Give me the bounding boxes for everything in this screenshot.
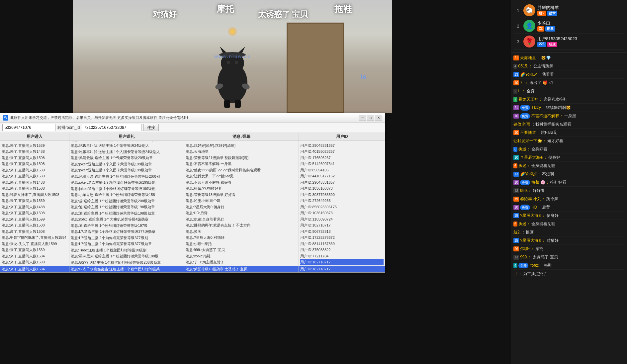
- chat-text: ：我叫黄样杨实名观看: [531, 122, 571, 127]
- panel-content-gifts[interactable]: 消息:吃饭再叫我:送给主播 1个入团卡荣誉等级24级别人消息:吃饭再叫我:送给主…: [69, 141, 184, 266]
- panel-messages: 消息 /弹幕 消息:胖鲜的椰羊: [检脸] 他叫?消息:血农千水嘉鑫消息:荣誉等…: [184, 133, 299, 272]
- chat-level: 15: [513, 213, 519, 218]
- message-log-line: 消息:换画: [186, 228, 298, 235]
- chat-text: 一身黑: [564, 114, 576, 118]
- user-id-line: 用户ID:40155023257: [300, 148, 384, 155]
- chat-text: 跳个舞: [546, 197, 558, 201]
- log-line: 消息:来了,直播间人数1488: [2, 204, 68, 210]
- message-log-line: 消息:?星辰大海0:侧身好: [186, 204, 298, 210]
- user-id-line: 用户ID:176596267: [300, 155, 384, 161]
- chat-text: 侧身好: [548, 155, 560, 160]
- chat-username: 不言不道不解释：: [531, 114, 563, 118]
- chat-message: 10免费椿莓.🌸：拖鞋好看: [513, 178, 624, 187]
- close-button[interactable]: ✕: [375, 115, 382, 121]
- gift-log-line: 消息:吃饭再叫我:送给主播 1个荣誉等级24级别人: [71, 142, 183, 149]
- viewer-row: 2👤少爸口22勋章: [513, 18, 624, 34]
- chat-username: 椿莓.🌸：: [531, 180, 549, 185]
- chat-text: 全身: [527, 89, 535, 93]
- chat-username: 🌈YoKi🖊：: [520, 172, 541, 176]
- viewer-badge: 勋章: [547, 11, 557, 16]
- chat-text: 摩托: [535, 246, 543, 251]
- log-line: 消息:来了,直播间人数1488: [2, 148, 68, 155]
- chat-text: 短才好看: [547, 138, 563, 143]
- chat-level: 16: [513, 114, 519, 119]
- minimize-button[interactable]: ─: [359, 115, 366, 121]
- gift-log-line: 消息:ifofkc:送给主播 1个大喇叭荣誉等级4级勋章: [71, 216, 183, 223]
- stream-area: 对猫好 摩托 太诱惑了 宝贝 拖鞋 www.niuw.us Ie W 此软件只用…: [0, 0, 511, 364]
- chat-message: 19@沁墨 小刘：跳个舞: [513, 195, 624, 203]
- panel-user-enter: 用户进入 消息:来了,直播间人数1508消息:来了,直播间人数1401消息:来了…: [0, 133, 69, 272]
- chat-level: 7: [513, 97, 517, 102]
- message-log-line: 消息:尔哪~:摩托: [186, 241, 298, 247]
- message-log-line: 消息:HD:后背: [186, 210, 298, 216]
- viewer-badge: 226: [537, 42, 546, 47]
- chat-message: 13🌈YoKi🖊：不短啊: [513, 170, 624, 178]
- panel-header-ids: 用户ID: [299, 133, 385, 141]
- panel-footer-gifts: 消息:叫农千水嘉鑫鑫鑫:送给主播 1个粉华团灯锤等级某: [69, 266, 184, 272]
- chat-message: 13999.：太诱惑了 宝贝: [513, 253, 624, 261]
- log-line: 消息:来了,直播间人数1599: [2, 216, 68, 223]
- chat-text: 跳t-ara见: [541, 130, 557, 135]
- chat-level: 10: [513, 130, 519, 135]
- maximize-button[interactable]: □: [367, 115, 374, 121]
- chat-message: 6执迷：全身好看: [513, 145, 624, 153]
- message-log-line: 消息:跳好好[舔屏]:跳好好[舔屏]: [186, 142, 298, 149]
- log-line: 消息:来龙-失失了,直播间人数1599: [2, 241, 68, 247]
- message-log-line: 消息:天海地皇:: [186, 148, 298, 155]
- chat-level: 26: [513, 246, 519, 251]
- panel-content-messages[interactable]: 消息:胖鲜的椰羊: [检脸] 他叫?消息:血农千水嘉鑫消息:荣誉等级142级别-…: [184, 141, 299, 266]
- user-id-line: 用户ID:856023596175: [300, 204, 384, 210]
- chat-username: TIzzy：: [531, 105, 545, 110]
- window-controls[interactable]: ─ □ ✕: [359, 115, 382, 121]
- chat-level: 10: [513, 205, 519, 210]
- log-line: 消息:来了,直播间人数1584: [2, 253, 68, 259]
- viewer-badge: 粉丝: [547, 42, 557, 47]
- chat-username: 执迷：: [518, 147, 530, 151]
- gift-log-line: 消息:吃饭再叫我:送给主播 1个入团卡荣誉等级24级别人: [71, 149, 183, 155]
- log-line: 消息:来了,直播间人数1508: [2, 210, 68, 216]
- notice-badge: 免费: [520, 105, 530, 111]
- avatar: 🐑: [523, 4, 535, 16]
- transfer-id-input[interactable]: [82, 124, 141, 131]
- chat-level: 21: [513, 55, 519, 60]
- gift-log-line: 消息:L?:送给主播 1个为你点亮荣誉等级377级勋章: [71, 241, 183, 247]
- chat-username: ?星辰大海⊕：: [520, 213, 546, 218]
- room-id-input[interactable]: [2, 124, 55, 131]
- user-id-line: 用户ID:308779835​90: [300, 192, 384, 198]
- viewer-name: 少爸口: [537, 20, 623, 26]
- avatar: 👤: [523, 20, 535, 32]
- log-line: 消息:甲骨字翻的llk来了,直播间人数1584: [2, 234, 68, 241]
- user-id-line: 用户ID:29045331657: [300, 179, 384, 186]
- panel-footer-ids: 用户ID:182718717: [299, 266, 385, 272]
- user-id-line: 用户ID:103616037​3: [300, 210, 384, 216]
- notice-badge: 免费: [520, 205, 530, 210]
- chat-level: 13: [513, 255, 519, 260]
- chat-level: 13: [513, 188, 519, 193]
- chat-level: 4: [513, 263, 517, 268]
- chat-text: 全身能看见鞋: [531, 222, 555, 226]
- chat-messages[interactable]: 21天海地皇：🐱💎40515.：公主请跳舞13🌈YoKi🖊：我看看107_：送出…: [511, 52, 627, 364]
- user-id-line: 用户ID:44105177152: [300, 173, 384, 179]
- user-id-line: 用户ID:182718717: [300, 222, 384, 228]
- panel-content-enter[interactable]: 消息:来了,直播间人数1508消息:来了,直播间人数1401消息:来了,直播间人…: [0, 141, 69, 266]
- message-log-line: 消息:ifofkc:拖鞋: [186, 253, 298, 259]
- log-line: 消息:来了,直播间人数1488: [2, 179, 68, 186]
- log-line: 消息:来了,直播间人数1539: [2, 173, 68, 179]
- chat-username: 暴龙天王神：: [518, 97, 542, 102]
- notice-badge: 免费: [520, 113, 530, 119]
- chat-text: 继续舞蹈啊🐱: [546, 105, 571, 110]
- panel-content-ids[interactable]: 用户ID:347317797用户ID:930957655用户ID:4177250…: [299, 141, 385, 266]
- log-line: 消息:来了,直播间人数1508: [2, 222, 68, 228]
- chat-text: 后背: [542, 205, 550, 210]
- connect-button[interactable]: 连接: [143, 124, 159, 131]
- chat-text: 太诱惑了 宝贝: [533, 255, 558, 259]
- gift-log-line: 消息:墨沫黑末:送给主播 1个粉丝团灯锤荣誉等级188级: [71, 253, 183, 259]
- user-id-line: 用户ID:272649263: [300, 198, 384, 204]
- chat-message: 6执迷：全身能看见鞋: [513, 162, 624, 170]
- chat-text: 侧身好: [547, 213, 559, 218]
- user-id-line: 用户ID:1185090724: [300, 216, 384, 223]
- chat-message: 15?星辰大海⊕：侧身好: [513, 212, 624, 220]
- viewer-badge: 勋章: [545, 26, 555, 32]
- user-id-line: 用户ID:29045331657: [300, 142, 384, 149]
- gift-log-line: 消息:joker:送给主播 1个粉丝团灯锤荣誉等级199级勋: [71, 186, 183, 192]
